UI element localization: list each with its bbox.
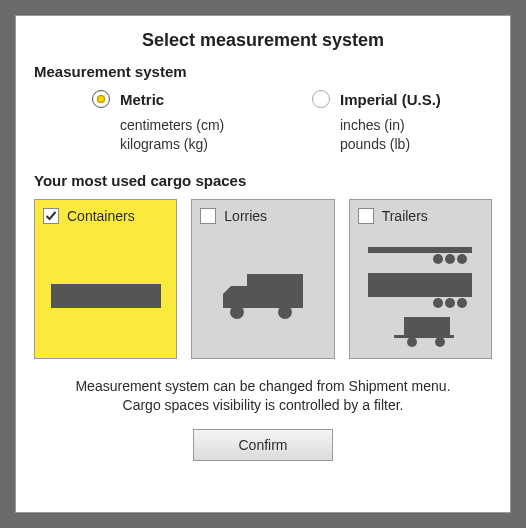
radio-icon (312, 90, 330, 108)
container-icon (35, 242, 176, 350)
radio-sub-metric-line1: centimeters (cm) (120, 116, 272, 135)
hint-text: Measurement system can be changed from S… (34, 377, 492, 415)
confirm-button[interactable]: Confirm (193, 429, 333, 461)
svg-point-15 (407, 337, 417, 347)
radio-icon (92, 90, 110, 108)
hint-line1: Measurement system can be changed from S… (34, 377, 492, 396)
card-lorries[interactable]: Lorries (191, 199, 334, 359)
measurement-dialog: Select measurement system Measurement sy… (16, 16, 510, 512)
cargo-heading: Your most used cargo spaces (34, 172, 492, 189)
card-label-lorries: Lorries (224, 208, 267, 224)
svg-rect-13 (404, 317, 450, 337)
radio-label-metric: Metric (120, 91, 164, 108)
trailers-icon (350, 242, 491, 350)
cargo-cards: Containers Lorries (34, 199, 492, 359)
dialog-title: Select measurement system (34, 30, 492, 51)
checkbox-icon (43, 208, 59, 224)
svg-point-6 (433, 254, 443, 264)
svg-point-12 (457, 298, 467, 308)
card-trailers[interactable]: Trailers (349, 199, 492, 359)
svg-point-11 (445, 298, 455, 308)
card-label-trailers: Trailers (382, 208, 428, 224)
lorry-icon (192, 242, 333, 350)
card-label-containers: Containers (67, 208, 135, 224)
checkbox-icon (358, 208, 374, 224)
hint-line2: Cargo spaces visibility is controlled by… (34, 396, 492, 415)
svg-point-3 (230, 305, 244, 319)
svg-rect-0 (51, 284, 161, 308)
svg-rect-5 (368, 247, 472, 253)
radio-sub-metric-line2: kilograms (kg) (120, 135, 272, 154)
radio-metric[interactable]: Metric (92, 90, 272, 108)
svg-point-10 (433, 298, 443, 308)
svg-point-8 (457, 254, 467, 264)
svg-rect-1 (247, 274, 303, 304)
svg-rect-9 (368, 273, 472, 297)
radio-sub-metric: centimeters (cm) kilograms (kg) (120, 116, 272, 154)
svg-rect-14 (394, 335, 454, 338)
radio-imperial[interactable]: Imperial (U.S.) (312, 90, 492, 108)
measurement-options: Metric centimeters (cm) kilograms (kg) I… (34, 90, 492, 154)
svg-point-16 (435, 337, 445, 347)
card-containers[interactable]: Containers (34, 199, 177, 359)
measurement-heading: Measurement system (34, 63, 492, 80)
svg-point-7 (445, 254, 455, 264)
radio-sub-imperial-line2: pounds (lb) (340, 135, 492, 154)
radio-label-imperial: Imperial (U.S.) (340, 91, 441, 108)
dialog-backdrop: Select measurement system Measurement sy… (0, 0, 526, 528)
checkbox-icon (200, 208, 216, 224)
svg-point-4 (278, 305, 292, 319)
radio-sub-imperial-line1: inches (in) (340, 116, 492, 135)
radio-sub-imperial: inches (in) pounds (lb) (340, 116, 492, 154)
